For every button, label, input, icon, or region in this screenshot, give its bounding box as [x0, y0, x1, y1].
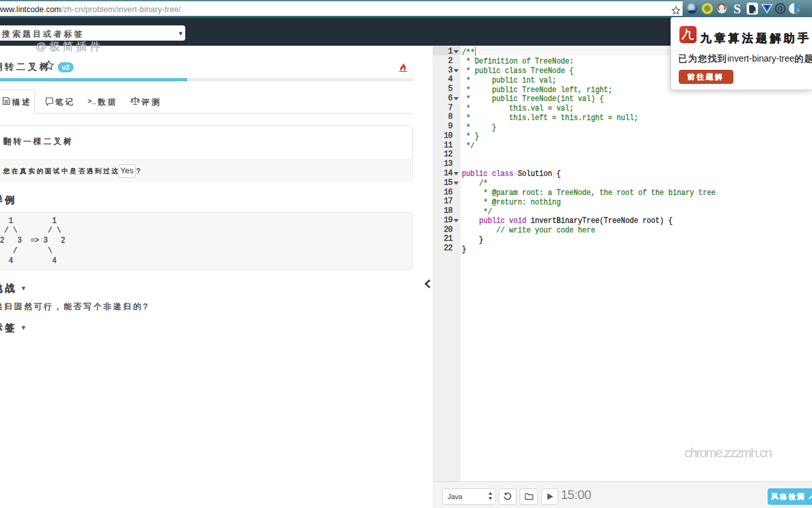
svg-text:S: S — [733, 1, 741, 17]
